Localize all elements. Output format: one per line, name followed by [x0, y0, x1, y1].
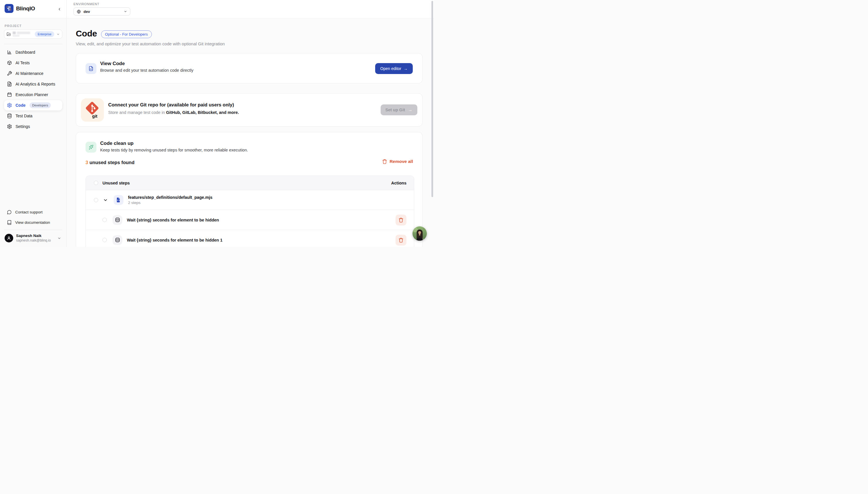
sidebar-item-label: Code — [16, 103, 25, 108]
chevron-down-icon[interactable] — [103, 198, 108, 203]
wrench-icon — [7, 71, 12, 76]
step-checkbox[interactable] — [103, 238, 107, 242]
cleanup-subtitle: Keep tests tidy by removing unused steps… — [100, 148, 248, 152]
code-brackets-icon — [112, 215, 122, 225]
main-area: ENVIRONMENT dev Code Optional - For Deve… — [67, 0, 434, 247]
remove-all-button[interactable]: Remove all — [382, 159, 413, 164]
footer-item-label: View documentation — [15, 220, 50, 225]
trash-icon — [382, 159, 387, 164]
environment-value: dev — [84, 10, 90, 14]
view-documentation-link[interactable]: View documentation — [4, 217, 62, 228]
book-icon — [7, 220, 12, 225]
git-subtitle-bold: GitHub, GitLab, Bitbucket, and more. — [166, 110, 239, 115]
view-code-card: View Code Browse and edit your test auto… — [76, 53, 423, 83]
sidebar-item-label: Dashboard — [16, 50, 35, 55]
environment-selector[interactable]: dev — [73, 7, 130, 16]
delete-step-button[interactable] — [395, 214, 406, 226]
table-header-unused-steps: Unused steps — [103, 181, 130, 185]
file-steps-count: 2 steps — [128, 201, 213, 205]
chevron-down-icon — [57, 33, 60, 36]
blinqio-logo — [5, 4, 14, 13]
environment-label: ENVIRONMENT — [73, 2, 99, 6]
file-checkbox[interactable] — [94, 198, 98, 202]
calendar-icon — [7, 92, 12, 97]
sidebar-item-label: AI Maintenance — [16, 71, 43, 76]
view-code-title: View Code — [100, 61, 125, 66]
project-section-label: PROJECT — [4, 24, 62, 27]
sidebar-item-label: AI Analytics & Reports — [16, 82, 55, 87]
code-brackets-icon — [112, 235, 122, 245]
arrow-right-icon: → — [408, 107, 412, 112]
step-checkbox[interactable] — [103, 218, 107, 222]
sidebar-item-code[interactable]: Code Developers — [4, 100, 62, 111]
trash-icon — [399, 217, 404, 223]
select-all-checkbox[interactable] — [94, 181, 98, 185]
count-number: 3 — [86, 160, 88, 165]
developers-badge: Developers — [30, 102, 51, 108]
database-icon — [7, 113, 12, 118]
sparkles-icon — [86, 142, 96, 153]
unused-steps-table: Unused steps Actions features/step_defin… — [86, 175, 414, 247]
step-label: Wait {string} seconds for element to be … — [127, 218, 219, 222]
sidebar-item-ai-tests[interactable]: AI Tests — [4, 58, 62, 68]
open-editor-button[interactable]: Open editor→ — [375, 63, 413, 74]
trash-icon — [399, 238, 404, 243]
sidebar-footer: Contact support View documentation Sapne… — [0, 207, 66, 247]
git-card: git Connect your Git repo for (available… — [76, 93, 423, 127]
sidebar-item-settings[interactable]: Settings — [4, 121, 62, 132]
sidebar-item-execution-planner[interactable]: Execution Planner — [4, 90, 62, 100]
sidebar-collapse-button[interactable] — [57, 6, 62, 12]
git-card-subtitle: Store and manage test code in GitHub, Gi… — [108, 110, 239, 115]
git-logo: git — [81, 98, 104, 122]
folder-open-icon — [6, 32, 11, 36]
sidebar-item-label: Test Data — [16, 114, 33, 118]
code-gear-icon — [7, 103, 12, 108]
chevron-down-icon — [124, 10, 127, 13]
scrollbar[interactable] — [431, 1, 433, 197]
project-name-redacted — [13, 32, 30, 37]
open-editor-label: Open editor — [380, 66, 401, 71]
gear-icon — [7, 124, 12, 129]
sidebar-item-dashboard[interactable]: Dashboard — [4, 47, 62, 57]
contact-support-link[interactable]: Contact support — [4, 207, 62, 217]
support-chat-avatar[interactable] — [412, 226, 427, 241]
table-row-file[interactable]: features/step_definitions/default_page.m… — [86, 190, 414, 210]
topbar: ENVIRONMENT dev — [67, 0, 434, 18]
git-logo-text: git — [92, 114, 97, 118]
file-name: features/step_definitions/default_page.m… — [128, 195, 213, 200]
table-row-step: Wait {string} seconds for element to be … — [86, 230, 414, 247]
table-row-step: Wait {string} seconds for element to be … — [86, 210, 414, 230]
user-avatar — [5, 234, 13, 242]
bar-chart-icon — [7, 50, 12, 55]
set-up-git-label: Set up Git — [386, 108, 405, 112]
table-header-actions: Actions — [391, 181, 406, 185]
sidebar-divider — [4, 44, 62, 44]
chevron-down-icon — [57, 236, 61, 240]
sidebar-item-label: Execution Planner — [16, 92, 48, 97]
project-selector[interactable]: Enterprise — [4, 30, 62, 39]
unused-steps-count: 3 unused steps found — [86, 160, 135, 165]
page-content: Code Optional - For Developers View, edi… — [67, 18, 434, 247]
cube-icon — [7, 60, 12, 65]
sidebar-item-label: AI Tests — [16, 60, 30, 65]
git-card-title: Connect your Git repo for (available for… — [108, 102, 234, 108]
sidebar-item-ai-analytics-reports[interactable]: AI Analytics & Reports — [4, 79, 62, 89]
file-code-icon — [86, 63, 96, 74]
step-label: Wait {string} seconds for element to be … — [127, 238, 222, 242]
delete-step-button[interactable] — [395, 235, 406, 246]
chat-bubble-icon — [7, 210, 12, 214]
sidebar-body: PROJECT Enterprise Dashboard — [0, 24, 66, 132]
remove-all-label: Remove all — [389, 159, 413, 164]
sidebar-header: BlinqIO — [0, 0, 66, 18]
footer-item-label: Contact support — [15, 210, 42, 214]
enterprise-badge: Enterprise — [35, 31, 54, 37]
table-header-row: Unused steps Actions — [86, 176, 414, 190]
sidebar-item-test-data[interactable]: Test Data — [4, 111, 62, 121]
user-menu[interactable]: Sapnesh Naik sapnesh.naik@blinq.io — [4, 233, 62, 244]
chevron-left-icon — [57, 7, 61, 11]
set-up-git-button[interactable]: Set up Git→ — [381, 104, 417, 115]
page-subtitle: View, edit, and optimize your test autom… — [76, 41, 434, 46]
sidebar: BlinqIO PROJECT Enterprise — [0, 0, 67, 247]
sidebar-item-ai-maintenance[interactable]: AI Maintenance — [4, 68, 62, 79]
app-root: BlinqIO PROJECT Enterprise — [0, 0, 434, 247]
